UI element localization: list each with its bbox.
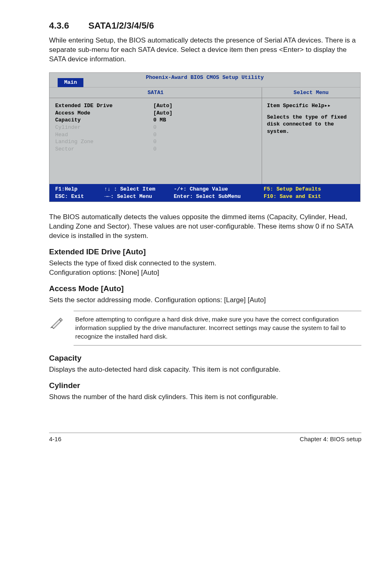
bios-help-body: Selects the type of fixed disk connected… <box>267 114 355 135</box>
foot-changevalue: -/+: Change Value <box>174 186 264 193</box>
bios-row[interactable]: Capacity0 MB <box>55 117 256 124</box>
intro-paragraph: While entering Setup, the BIOS automatic… <box>49 36 361 64</box>
bios-rows-container: Extended IDE Drive[Auto]Access Mode[Auto… <box>49 98 262 184</box>
foot-entersubmenu: Enter: Select SubMenu <box>174 193 264 200</box>
section-title: SATA1/2/3/4/5/6 <box>88 20 154 31</box>
bios-row-label: Landing Zone <box>55 138 153 146</box>
foot-saveexit: F10: Save and Exit <box>264 193 354 200</box>
bios-tab-main[interactable]: Main <box>58 78 83 87</box>
bios-titlebar: Phoenix-Award BIOS CMOS Setup Utility Ma… <box>49 73 360 88</box>
bios-row-value: 0 <box>153 138 256 146</box>
bios-row: Sector0 <box>55 146 256 153</box>
section-heading: 4.3.6 SATA1/2/3/4/5/6 <box>49 20 361 31</box>
bios-help-title: Item Specific Help▸▸ <box>267 102 355 110</box>
foot-selectmenu: →←: Select Menu <box>104 193 174 200</box>
extended-ide-p2: Configuration options: [None] [Auto] <box>49 268 361 278</box>
bios-row-value: 0 MB <box>153 117 256 124</box>
note-box: Before attempting to configure a hard di… <box>49 311 361 346</box>
bios-row-label: Extended IDE Drive <box>55 102 153 110</box>
bios-right-header: Select Menu <box>262 88 360 99</box>
bios-row: Head0 <box>55 131 256 139</box>
note-text: Before attempting to configure a hard di… <box>74 311 361 346</box>
extended-ide-p1: Selects the type of fixed disk connected… <box>49 259 361 268</box>
bios-row-label: Cylinder <box>55 124 153 131</box>
bios-row-label: Capacity <box>55 117 153 124</box>
bios-footer: F1:Help ESC: Exit ↑↓ : Select Item →←: S… <box>49 184 360 202</box>
access-mode-p: Sets the sector addressing mode. Configu… <box>49 296 361 305</box>
bios-row-value: 0 <box>153 146 256 153</box>
heading-capacity: Capacity <box>49 354 361 363</box>
foot-f1help: F1:Help <box>55 186 104 193</box>
bios-row-value: 0 <box>153 124 256 131</box>
chapter-label: Chapter 4: BIOS setup <box>300 435 361 442</box>
bios-help-panel: Item Specific Help▸▸ Selects the type of… <box>262 98 360 139</box>
section-number: 4.3.6 <box>49 20 86 31</box>
bios-row[interactable]: Extended IDE Drive[Auto] <box>55 102 256 110</box>
foot-escexit: ESC: Exit <box>55 193 104 200</box>
capacity-p: Displays the auto-detected hard disk cap… <box>49 365 361 375</box>
page-footer: 4-16 Chapter 4: BIOS setup <box>49 433 361 442</box>
foot-setupdefaults: F5: Setup Defaults <box>264 186 354 193</box>
bios-row-label: Sector <box>55 146 153 153</box>
heading-extended-ide: Extended IDE Drive [Auto] <box>49 247 361 256</box>
bios-row: Landing Zone0 <box>55 138 256 146</box>
after-panel-paragraph: The BIOS automatically detects the value… <box>49 213 361 241</box>
heading-access-mode: Access Mode [Auto] <box>49 284 361 293</box>
bios-row-value: [Auto] <box>153 110 256 117</box>
bios-row[interactable]: Access Mode[Auto] <box>55 110 256 117</box>
cylinder-p: Shows the number of the hard disk cylind… <box>49 393 361 402</box>
bios-row-value: 0 <box>153 131 256 139</box>
foot-selectitem: ↑↓ : Select Item <box>104 186 174 193</box>
bios-row-value: [Auto] <box>153 102 256 110</box>
pencil-icon <box>49 311 74 332</box>
bios-panel: Phoenix-Award BIOS CMOS Setup Utility Ma… <box>49 72 361 202</box>
heading-cylinder: Cylinder <box>49 381 361 390</box>
page-number: 4-16 <box>49 435 61 442</box>
bios-row-label: Head <box>55 131 153 139</box>
bios-title: Phoenix-Award BIOS CMOS Setup Utility <box>146 74 264 81</box>
bios-left-header: SATA1 <box>49 88 262 99</box>
bios-row: Cylinder0 <box>55 124 256 131</box>
bios-row-label: Access Mode <box>55 110 153 117</box>
